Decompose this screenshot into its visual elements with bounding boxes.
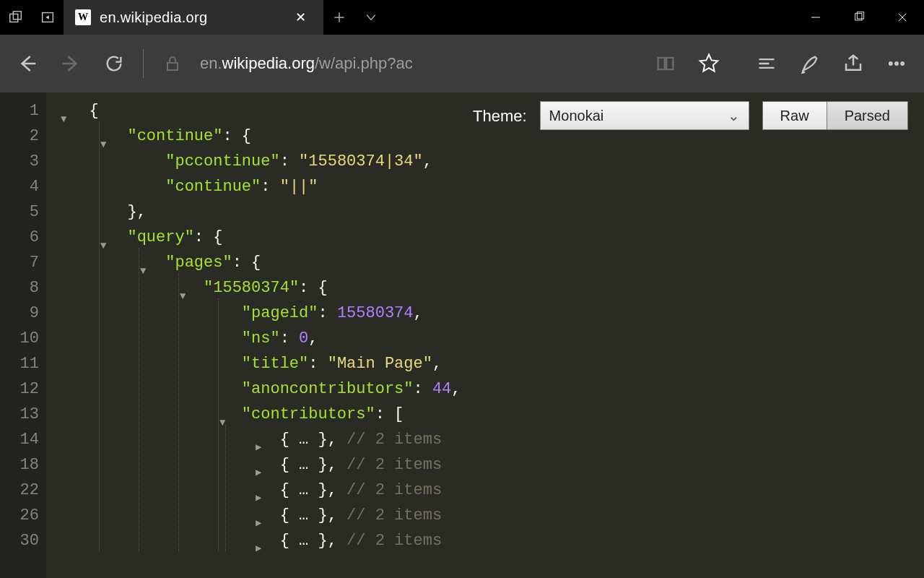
line-number: 5 [0, 199, 39, 225]
window-controls [794, 0, 924, 35]
theme-label: Theme: [473, 103, 527, 129]
share-icon[interactable] [833, 43, 873, 84]
svg-rect-4 [857, 12, 863, 19]
line-number: 9 [0, 301, 39, 326]
svg-rect-3 [855, 14, 862, 20]
line-number: 6 [0, 225, 39, 250]
line-number: 4 [0, 174, 39, 199]
address-bar[interactable]: en.wikipedia.org/w/api.php?ac [196, 54, 642, 73]
svg-rect-0 [10, 14, 18, 22]
browser-tab[interactable]: W en.wikipedia.org ✕ [64, 0, 323, 35]
parsed-button[interactable]: Parsed [827, 101, 908, 130]
close-tab-icon[interactable]: ✕ [289, 7, 312, 28]
tab-chevron-down-icon[interactable] [355, 0, 387, 35]
new-tab-icon[interactable] [323, 0, 355, 35]
favicon: W [75, 9, 91, 25]
line-number: 13 [0, 402, 39, 427]
viewer-controls: Theme: Monokai ⌄ Raw Parsed [473, 101, 908, 130]
line-number: 12 [0, 376, 39, 402]
line-number: 2 [0, 124, 39, 149]
line-number: 18 [0, 452, 39, 478]
fold-toggle-icon[interactable] [256, 536, 261, 561]
svg-point-6 [889, 62, 892, 65]
json-viewer: 1 2 3 4 5 6 7 8 9 10 11 12 13 14 18 22 2… [0, 92, 924, 578]
favorite-star-icon[interactable] [689, 43, 729, 84]
theme-select[interactable]: Monokai ⌄ [540, 101, 749, 130]
svg-point-8 [901, 62, 904, 65]
line-number: 26 [0, 503, 39, 528]
line-number: 3 [0, 149, 39, 174]
line-number: 14 [0, 427, 39, 452]
chevron-down-icon: ⌄ [728, 103, 740, 129]
theme-value: Monokai [549, 103, 604, 129]
set-aside-tabs-icon[interactable] [32, 9, 64, 25]
separator [143, 49, 144, 78]
maximize-icon[interactable] [837, 12, 881, 23]
svg-rect-5 [167, 63, 178, 70]
line-number: 7 [0, 250, 39, 275]
tab-actions-icon[interactable] [0, 9, 32, 25]
view-mode-toggle: Raw Parsed [762, 101, 908, 130]
toolbar: en.wikipedia.org/w/api.php?ac [0, 35, 924, 92]
titlebar: W en.wikipedia.org ✕ [0, 0, 924, 35]
line-number: 22 [0, 478, 39, 503]
address-text: en.wikipedia.org/w/api.php?ac [196, 54, 413, 73]
line-number: 1 [0, 98, 39, 124]
close-window-icon[interactable] [881, 11, 924, 24]
hub-icon[interactable] [746, 43, 787, 84]
back-icon[interactable] [7, 43, 48, 84]
line-number: 11 [0, 351, 39, 376]
line-gutter: 1 2 3 4 5 6 7 8 9 10 11 12 13 14 18 22 2… [0, 92, 46, 578]
more-icon[interactable] [876, 43, 917, 84]
svg-rect-1 [13, 12, 21, 20]
forward-icon[interactable] [51, 43, 91, 84]
tab-title: en.wikipedia.org [100, 9, 281, 26]
raw-button[interactable]: Raw [762, 101, 827, 130]
line-number: 10 [0, 326, 39, 351]
line-number: 30 [0, 528, 39, 553]
notes-icon[interactable] [790, 43, 830, 84]
reading-view-icon[interactable] [645, 43, 686, 84]
code-area[interactable]: { "continue": { "pccontinue": "15580374|… [46, 92, 924, 578]
svg-point-7 [895, 62, 898, 65]
titlebar-left [0, 0, 64, 35]
line-number: 8 [0, 275, 39, 301]
minimize-icon[interactable] [794, 11, 837, 24]
lock-icon [152, 43, 193, 84]
refresh-icon[interactable] [94, 43, 134, 84]
